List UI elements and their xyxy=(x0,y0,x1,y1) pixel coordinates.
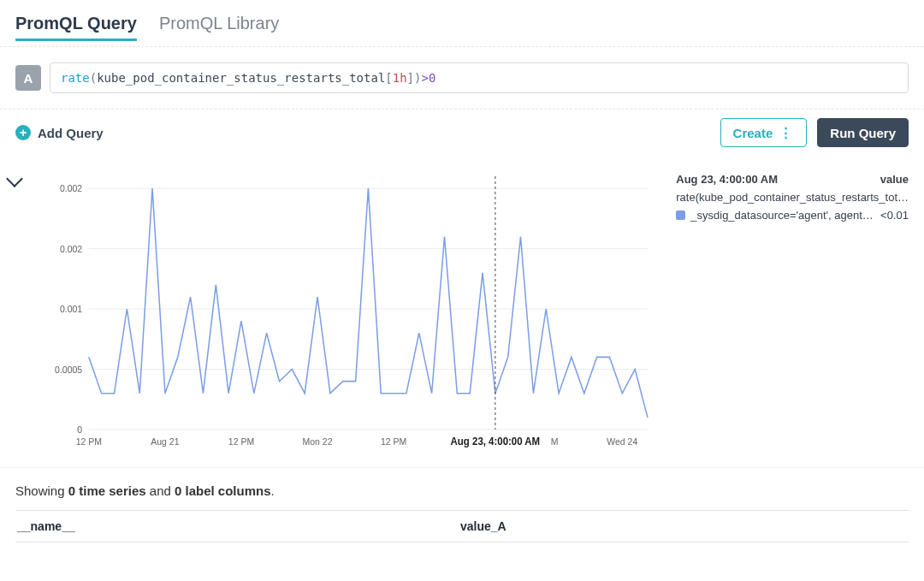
token-rhs: 0 xyxy=(429,71,435,85)
legend-timestamp: Aug 23, 4:00:00 AM xyxy=(676,173,778,186)
token-range: 1h xyxy=(393,71,407,85)
svg-text:12 PM: 12 PM xyxy=(75,436,101,447)
run-query-button[interactable]: Run Query xyxy=(817,118,909,147)
svg-text:Aug 23, 4:00:00 AM: Aug 23, 4:00:00 AM xyxy=(450,436,540,447)
kebab-icon: ⋮ xyxy=(779,125,794,140)
svg-text:0.002: 0.002 xyxy=(60,243,82,253)
svg-text:Aug 21: Aug 21 xyxy=(151,436,179,447)
legend-series-label: _sysdig_datasource='agent', agent… xyxy=(690,209,873,222)
add-query-label: Add Query xyxy=(38,126,104,140)
run-query-label: Run Query xyxy=(830,126,896,140)
token-bracket-open: [ xyxy=(385,71,392,85)
actions-row: + Add Query Create ⋮ Run Query xyxy=(0,109,924,157)
legend-series-long: rate(kube_pod_container_status_restarts_… xyxy=(676,191,909,204)
svg-text:0.002: 0.002 xyxy=(60,183,82,193)
col-name-header[interactable]: __name__ xyxy=(15,519,460,533)
token-operator: > xyxy=(421,71,428,85)
col-value-header[interactable]: value_A xyxy=(460,519,506,533)
chart-legend: Aug 23, 4:00:00 AM value rate(kube_pod_c… xyxy=(655,168,909,459)
results-footer: Showing 0 time series and 0 label column… xyxy=(0,467,924,558)
token-paren-close: ) xyxy=(414,71,421,85)
series-swatch-icon xyxy=(676,210,685,220)
svg-text:0.001: 0.001 xyxy=(60,304,82,314)
token-function: rate xyxy=(61,71,90,85)
svg-text:0: 0 xyxy=(77,424,82,435)
svg-text:Wed 24: Wed 24 xyxy=(607,436,637,447)
create-button[interactable]: Create ⋮ xyxy=(720,118,808,147)
results-summary: Showing 0 time series and 0 label column… xyxy=(15,483,909,498)
token-metric: kube_pod_container_status_restarts_total xyxy=(97,71,385,85)
summary-labelcols: 0 label columns xyxy=(175,483,271,498)
svg-text:12 PM: 12 PM xyxy=(228,436,254,447)
tab-promql-query[interactable]: PromQL Query xyxy=(15,14,137,41)
create-label: Create xyxy=(733,126,773,140)
tab-promql-library[interactable]: PromQL Library xyxy=(159,14,279,41)
legend-series-value: <0.01 xyxy=(880,209,909,222)
summary-pre: Showing xyxy=(15,483,68,498)
plus-icon: + xyxy=(15,125,31,140)
chart-row: 00.00050.0010.0020.002 12 PMAug 2112 PMM… xyxy=(0,157,924,459)
svg-text:Mon 22: Mon 22 xyxy=(302,436,332,447)
query-section: A rate(kube_pod_container_status_restart… xyxy=(0,46,924,109)
line-chart[interactable]: 00.00050.0010.0020.002 12 PMAug 2112 PMM… xyxy=(32,168,656,459)
token-bracket-close: ] xyxy=(407,71,414,85)
svg-text:0.0005: 0.0005 xyxy=(55,364,82,374)
token-paren-open: ( xyxy=(90,71,97,85)
svg-text:12 PM: 12 PM xyxy=(381,436,406,447)
legend-value-header: value xyxy=(880,173,909,186)
legend-series-row[interactable]: _sysdig_datasource='agent', agent… <0.01 xyxy=(676,209,909,222)
chevron-down-icon[interactable] xyxy=(6,170,23,187)
summary-mid: and xyxy=(146,483,175,498)
query-input[interactable]: rate(kube_pod_container_status_restarts_… xyxy=(50,62,909,93)
tabs: PromQL Query PromQL Library xyxy=(0,0,924,46)
summary-timeseries: 0 time series xyxy=(68,483,146,498)
query-badge-a: A xyxy=(15,65,41,91)
summary-post: . xyxy=(271,483,275,498)
svg-text:M: M xyxy=(551,436,559,447)
results-table-header: __name__ value_A xyxy=(15,510,909,542)
add-query-button[interactable]: + Add Query xyxy=(15,125,104,140)
